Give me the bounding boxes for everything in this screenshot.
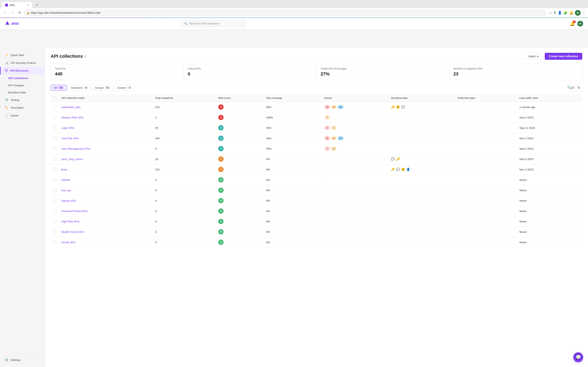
last-traffic: Never [517,227,582,237]
learn-button[interactable]: Learn ▾ [525,53,542,60]
new-tab-button[interactable]: + [34,2,40,8]
row-checkbox[interactable] [53,199,56,202]
sidebar-item-quick-start[interactable]: ⚡ Quick Start [0,51,45,59]
row-checkbox[interactable] [53,137,56,140]
collection-name[interactable]: juice_shop_demo [59,154,153,164]
table-row[interactable]: Medium Risk APIs13100%1Sep 4 2023 [51,112,582,123]
row-checkbox[interactable] [53,189,56,192]
sidebar-item-api-security-posture[interactable]: 📊 API Security Posture [0,59,45,67]
forward-button[interactable]: → [10,10,16,16]
collection-name[interactable]: vulnerable_apis [59,102,153,112]
browser-profile-btn[interactable]: IN [575,10,581,16]
collection-name[interactable]: Burp [59,164,153,175]
collection-name[interactable]: OAuth APIs [59,237,153,248]
table-row[interactable]: Login APIs25220%46Sep 11 2023 [51,123,582,133]
sidebar-item-settings[interactable]: ⚙️ Settings [0,356,45,364]
tab-close-btn[interactable]: × [27,4,29,7]
select-all-checkbox[interactable] [53,96,56,100]
sidebar-item-api-discovery[interactable]: API Discovery [0,67,45,75]
header-actions: Learn ▾ Create new collection [525,53,582,60]
browser-tab[interactable]: Akto × [2,2,32,8]
sensitive-icon: 😊 [396,105,400,109]
table-row[interactable]: Password Reset APIs000%-Never [51,206,582,216]
collection-name[interactable]: High Risk APIs [59,216,153,227]
download-btn[interactable]: ⬇ [553,11,556,15]
table-row[interactable]: Signup APIs000%-Never [51,196,582,206]
collection-name[interactable]: User Management APIs [59,143,153,154]
sort-button[interactable]: ⇅ [575,84,582,91]
collection-name[interactable]: Medium Risk APIs [59,112,153,123]
table-row[interactable]: test_api000%-Never [51,185,582,196]
refresh-button[interactable]: ↻ [17,10,22,16]
table-row[interactable]: juice_shop_demo1910%-💬🔑Sep 4 2023 [51,154,582,164]
app-profile-btn[interactable]: IN [577,21,583,26]
table-row[interactable]: vulnerable_apis210356%5219155🔑😊💬1 minute… [51,102,582,112]
collection-type [455,216,517,227]
sidebar-item-sensitive-data[interactable]: Sensitive Data [0,89,45,96]
row-checkbox[interactable] [53,168,56,171]
sidebar-item-testing[interactable]: 🛡️ Testing [0,96,45,104]
table-row[interactable]: Default000%-Never [51,175,582,185]
no-issues: - [324,158,325,161]
risk-score: 2 [216,123,264,133]
create-collection-button[interactable]: Create new collection [545,53,582,60]
notification-bell[interactable]: 🔔 1 [570,21,575,26]
table-row[interactable]: Burp21610%-🔑💬😊👤Nov 4 2023 [51,164,582,175]
endpoint-count: 0 [153,175,216,185]
sensitive-data-icons: 🔑💬😊👤 [389,164,455,175]
bookmark-btn[interactable]: ☆ [549,11,552,15]
header-endpoints: Total endpoints [153,94,216,102]
filter-tab-custom[interactable]: Custom 5 [114,85,135,91]
risk-badge: 2 [218,125,224,131]
risk-score: 0 [216,227,264,237]
table-row[interactable]: High Risk APIs000%-Never [51,216,582,227]
table-row[interactable]: Health Check APIs000%-Never [51,227,582,237]
search-bar[interactable]: 🔍 Search for API collections [181,20,246,27]
endpoint-count: 344 [153,133,216,143]
settings-label: Settings [11,359,21,361]
sidebar-item-test-editor[interactable]: ✏️ Test Editor [0,104,45,111]
collection-name[interactable]: Signup APIs [59,196,153,206]
row-checkbox[interactable] [53,178,56,182]
notification-btn[interactable]: 🔔 [569,11,573,15]
issue-badge: 155 [337,105,344,109]
main-content: API collections ℹ Learn ▾ Create new col… [45,48,588,367]
quick-start-icon: ⚡ [5,53,9,57]
info-icon[interactable]: ℹ [85,54,86,58]
table-row[interactable]: User Management APIs9278%713Sep 4 2023 [51,143,582,154]
address-bar[interactable]: 🔒 https://app.akto.io/dashboard/observe/… [24,10,546,16]
row-checkbox[interactable] [53,105,56,109]
filter-tab-all[interactable]: All 26 [51,85,67,91]
row-checkbox[interactable] [53,230,56,234]
search-filter-button[interactable]: 🔍 ⊟ [567,84,574,91]
row-checkbox[interactable] [53,147,56,150]
row-checkbox[interactable] [53,126,56,129]
sidebar-item-api-collections[interactable]: API Collections [0,75,45,82]
row-checkbox[interactable] [53,157,56,161]
collection-name[interactable]: Default [59,175,153,185]
back-button[interactable]: ← [2,10,8,16]
collection-name[interactable]: Low Risk APIs [59,133,153,143]
row-checkbox[interactable] [53,209,56,213]
row-checkbox[interactable] [53,220,56,223]
menu-btn[interactable]: ⋮ [582,11,586,15]
sensitive-icon: 😊 [401,167,405,171]
row-checkbox[interactable] [53,116,56,119]
filter-tab-hostname[interactable]: Hostname 0 [68,85,91,91]
filter-tab-groups[interactable]: Groups 21 [92,85,113,91]
collection-name[interactable]: Health Check APIs [59,227,153,237]
collection-name[interactable]: Login APIs [59,123,153,133]
table-row[interactable]: Low Risk APIs344234%5119155Nov 4 2023 [51,133,582,143]
risk-score: 0 [216,237,264,248]
profile-icon-btn[interactable]: 👤 [558,11,562,15]
sidebar-item-issues[interactable]: 📈 Issues [0,111,45,119]
collection-name[interactable]: test_api [59,185,153,196]
sidebar-item-api-changes[interactable]: API Changes [0,82,45,89]
sensitive-icon: 💬 [391,157,395,161]
testing-icon: 🛡️ [5,98,9,102]
collection-name[interactable]: Password Reset APIs [59,206,153,216]
extensions-btn[interactable]: 🧩 [563,11,568,15]
table-row[interactable]: OAuth APIs000%-Never [51,237,582,248]
row-checkbox[interactable] [53,241,56,244]
chat-button[interactable]: 💬 [573,352,583,362]
